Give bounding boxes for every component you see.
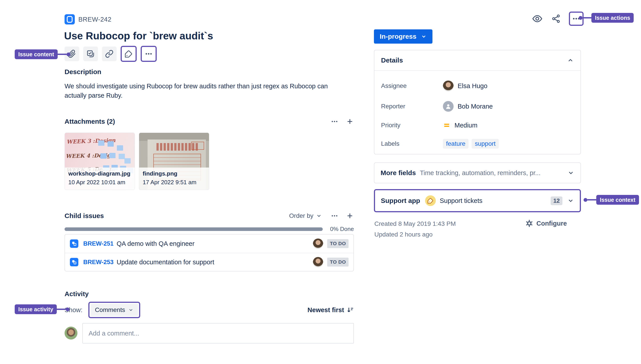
sort-order-button[interactable]: Newest first (308, 306, 354, 314)
attachment-filename: workshop-diagram.jpg (68, 170, 131, 177)
updated-date: Updated 2 hours ago (374, 229, 456, 240)
annotation-line (57, 308, 66, 310)
add-child-issue-button[interactable] (83, 46, 98, 61)
annotation-label: Issue activity (15, 304, 57, 314)
annotation-line (587, 199, 596, 200)
issue-key[interactable]: BREW-242 (78, 16, 112, 23)
status-badge[interactable]: TO DO (327, 239, 348, 248)
configure-label: Configure (536, 220, 567, 227)
order-by-button[interactable]: Order by (289, 212, 322, 220)
annotation-line (58, 54, 66, 55)
description-body[interactable]: We should investigate using Rubocop for … (64, 82, 350, 100)
attachments-header: Attachments (2) (64, 118, 354, 126)
attachment-thumbnail[interactable]: findings.png 17 Apr 2022 9:51 am (139, 132, 209, 190)
status-dropdown-button[interactable]: In-progress (374, 29, 432, 44)
sticky-notes (98, 140, 104, 146)
support-app-label: Support app (381, 197, 420, 204)
child-issue-row[interactable]: BREW-253 Update documentation for suppor… (65, 253, 354, 271)
child-issues-header: Child issues Order by (64, 212, 354, 220)
progress-bar (64, 228, 323, 231)
assignee-name: Elsa Hugo (458, 82, 488, 90)
child-issue-key[interactable]: BREW-251 (83, 240, 114, 247)
order-by-label: Order by (289, 212, 314, 220)
annotation-issue-content: Issue content (15, 50, 70, 59)
child-issue-key[interactable]: BREW-253 (83, 259, 114, 266)
issue-title[interactable]: Use Rubocop for `brew audit`s (64, 30, 213, 42)
child-issues-list: BREW-251 QA demo with QA engineer TO DO … (64, 234, 354, 272)
child-issue-summary[interactable]: Update documentation for support (117, 258, 313, 266)
assignee-avatar[interactable] (313, 257, 323, 267)
attachments-add-icon[interactable] (346, 118, 354, 126)
share-icon[interactable] (550, 13, 562, 24)
details-heading: Details (381, 56, 403, 64)
issue-actions-bar (532, 12, 584, 26)
assignee-avatar (443, 80, 454, 91)
subtask-icon (70, 258, 78, 266)
current-user-avatar[interactable] (64, 326, 78, 340)
chevron-down-icon (316, 213, 322, 219)
child-issues-heading: Child issues (64, 212, 104, 220)
comments-filter-button[interactable]: Comments (90, 304, 138, 316)
status-badge[interactable]: TO DO (327, 258, 348, 266)
assignee-value[interactable]: Elsa Hugo (443, 80, 488, 91)
child-issue-summary[interactable]: QA demo with QA engineer (117, 240, 313, 248)
whiteboard-text: WEEK 3 :Design (66, 137, 116, 145)
created-date: Created 8 May 2019 1:43 PM (374, 218, 456, 229)
priority-medium-icon (443, 122, 450, 129)
label-chip[interactable]: feature (443, 139, 468, 149)
activity-filter-highlight: Comments (88, 302, 140, 318)
activity-filter-row: Show: Comments Newest first (64, 302, 354, 318)
priority-name: Medium (454, 122, 478, 129)
reporter-label: Reporter (381, 103, 443, 110)
child-issues-more-icon[interactable] (331, 212, 338, 220)
more-fields-panel[interactable]: More fields Time tracking, automation, r… (374, 162, 581, 183)
add-comment-input[interactable] (82, 323, 354, 344)
annotation-dot (584, 198, 587, 202)
attachments-more-icon[interactable] (331, 118, 338, 125)
subtask-icon (70, 240, 78, 248)
annotation-issue-actions: Issue actions (579, 13, 634, 23)
person-icon (445, 103, 452, 110)
apps-tag-button[interactable] (121, 46, 137, 62)
attachment-date: 17 Apr 2022 9:51 am (143, 179, 206, 186)
annotation-label: Issue actions (591, 13, 634, 23)
breadcrumb: BREW-242 (64, 14, 112, 24)
chevron-down-icon (421, 34, 427, 40)
assignee-avatar[interactable] (313, 238, 323, 249)
priority-value[interactable]: Medium (443, 122, 478, 129)
more-fields-summary: Time tracking, automation, reminders, pr… (420, 169, 568, 177)
more-content-button[interactable] (141, 46, 157, 62)
divider (374, 70, 580, 71)
label-chip[interactable]: support (472, 139, 498, 149)
child-issue-row[interactable]: BREW-251 QA demo with QA engineer TO DO (65, 234, 354, 253)
reporter-value[interactable]: Bob Morane (443, 101, 493, 112)
more-fields-label: More fields (380, 169, 416, 177)
description-heading: Description (64, 68, 350, 76)
chevron-up-icon (567, 57, 574, 64)
support-tag-icon (425, 195, 436, 206)
child-issues-add-icon[interactable] (346, 212, 354, 220)
status-label: In-progress (380, 33, 416, 40)
progress-label: 0% Done (330, 226, 354, 232)
attachment-caption: findings.png 17 Apr 2022 9:51 am (139, 168, 209, 190)
attachment-thumbnail[interactable]: WEEK 3 :Design WEEK 4 :Design WEEK 5 :De… (64, 132, 135, 190)
attachment-filename: findings.png (143, 170, 206, 177)
description-section: Description We should investigate using … (64, 68, 350, 100)
annotation-dot (579, 16, 582, 20)
watch-icon[interactable] (532, 13, 543, 24)
link-issue-button[interactable] (102, 46, 117, 61)
child-issues-progress: 0% Done (64, 226, 354, 232)
annotation-issue-context: Issue context (584, 195, 639, 205)
attachment-caption: workshop-diagram.jpg 10 Apr 2022 10:01 a… (65, 168, 135, 190)
support-app-panel[interactable]: Support app Support tickets 12 (374, 189, 581, 212)
configure-button[interactable]: Configure (525, 220, 567, 228)
labels-label: Labels (381, 140, 443, 147)
jira-issue-view: BREW-242 Use Rubocop for `brew audit`s I… (0, 0, 641, 364)
support-count-badge: 12 (551, 196, 562, 205)
issue-type-icon[interactable] (64, 14, 75, 24)
issue-meta: Created 8 May 2019 1:43 PM Updated 2 hou… (374, 218, 456, 240)
assignee-label: Assignee (381, 82, 443, 90)
issue-content-toolbar (64, 46, 157, 62)
chevron-down-icon (568, 170, 574, 176)
details-panel-header[interactable]: Details (374, 50, 580, 70)
